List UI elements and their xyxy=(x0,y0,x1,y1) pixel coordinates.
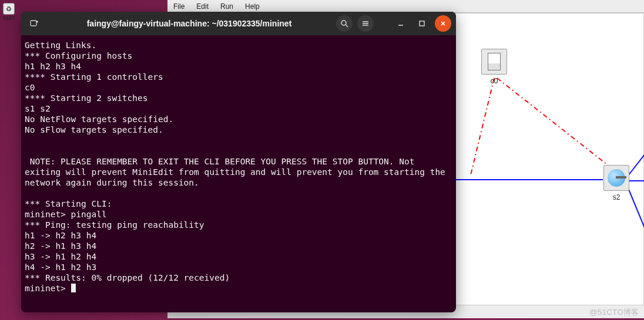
topo-node-c0[interactable]: c0 xyxy=(478,49,510,85)
menu-file[interactable]: File xyxy=(167,1,190,12)
terminal-line: **** Starting 1 controllers xyxy=(25,72,452,82)
node-label: c0 xyxy=(478,77,510,85)
terminal-output[interactable]: Getting Links.*** Configuring hostsh1 h2… xyxy=(21,35,456,312)
terminal-window: faingy@faingy-virtual-machine: ~/0319023… xyxy=(21,12,456,312)
hamburger-icon xyxy=(361,19,370,28)
miniedit-menubar: File Edit Run Help xyxy=(167,0,644,13)
terminal-line: *** Results: 0% dropped (12/12 received) xyxy=(25,272,452,283)
svg-line-1 xyxy=(497,78,613,169)
switch-icon xyxy=(603,165,629,191)
svg-rect-6 xyxy=(31,21,36,26)
terminal-line xyxy=(25,188,452,198)
terminal-title: faingy@faingy-virtual-machine: ~/0319023… xyxy=(42,19,336,28)
controller-icon xyxy=(481,49,507,75)
svg-line-10 xyxy=(346,25,348,27)
watermark: @51CTO博客 xyxy=(589,307,639,318)
terminal-line xyxy=(25,146,452,156)
maximize-button[interactable] xyxy=(414,15,430,32)
new-tab-button[interactable] xyxy=(26,15,42,32)
trash-launcher[interactable]: ♻ rash xyxy=(1,3,16,28)
search-icon xyxy=(340,19,348,28)
terminal-line: No NetFlow targets specified. xyxy=(25,114,452,124)
terminal-line: h4 -> h1 h2 h3 xyxy=(25,262,452,272)
terminal-line: h1 -> h2 h3 h4 xyxy=(25,230,452,241)
svg-line-0 xyxy=(471,78,494,175)
close-icon xyxy=(440,20,447,27)
terminal-line: h2 -> h1 h3 h4 xyxy=(25,241,452,251)
terminal-prompt-line[interactable]: mininet> xyxy=(25,283,452,294)
terminal-line: **** Starting 2 switches xyxy=(25,93,452,103)
search-button[interactable] xyxy=(336,15,353,32)
minimize-button[interactable] xyxy=(393,15,409,32)
terminal-titlebar[interactable]: faingy@faingy-virtual-machine: ~/0319023… xyxy=(21,12,456,35)
minimize-icon xyxy=(397,19,405,28)
terminal-line: c0 xyxy=(25,82,452,93)
maximize-icon xyxy=(418,20,425,27)
terminal-line: *** Starting CLI: xyxy=(25,198,452,209)
terminal-line: NOTE: PLEASE REMEMBER TO EXIT THE CLI BE… xyxy=(25,156,452,188)
terminal-prompt: mininet> xyxy=(25,284,71,293)
new-tab-icon xyxy=(29,19,39,28)
menu-edit[interactable]: Edit xyxy=(190,1,214,12)
terminal-line: s1 s2 xyxy=(25,103,452,114)
topo-node-s2[interactable]: s2 xyxy=(601,165,632,201)
cursor-icon xyxy=(71,284,76,292)
trash-label: rash xyxy=(1,15,16,21)
svg-point-9 xyxy=(341,21,346,25)
hamburger-button[interactable] xyxy=(357,15,374,32)
terminal-line: h3 -> h1 h2 h4 xyxy=(25,251,452,262)
menu-help[interactable]: Help xyxy=(239,1,266,12)
menu-run[interactable]: Run xyxy=(214,1,239,12)
terminal-line: No sFlow targets specified. xyxy=(25,124,452,135)
terminal-line: h1 h2 h3 h4 xyxy=(25,61,452,72)
svg-rect-15 xyxy=(420,21,424,26)
recycle-icon: ♻ xyxy=(3,3,15,15)
terminal-line xyxy=(25,135,452,146)
node-label: s2 xyxy=(601,193,632,201)
terminal-line: Getting Links. xyxy=(25,40,452,50)
close-button[interactable] xyxy=(435,15,451,32)
terminal-line: mininet> pingall xyxy=(25,209,452,220)
terminal-line: *** Configuring hosts xyxy=(25,50,452,61)
terminal-line: *** Ping: testing ping reachability xyxy=(25,220,452,230)
